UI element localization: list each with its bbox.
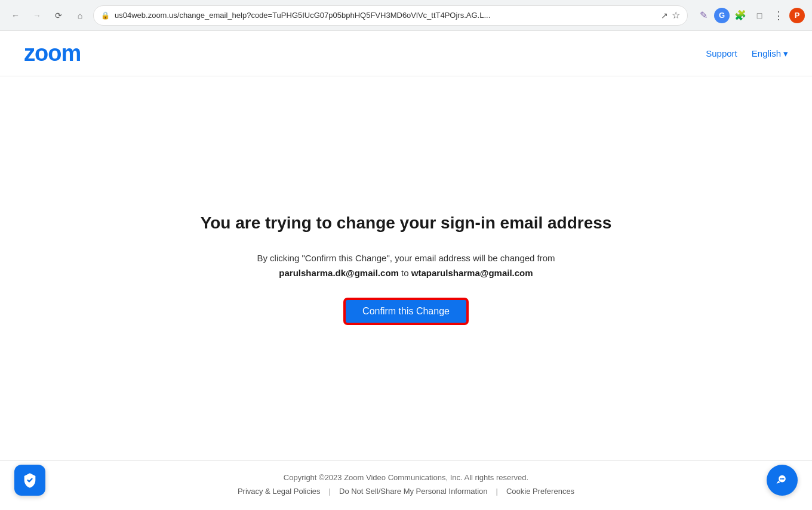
page-footer: Copyright ©2023 Zoom Video Communication… [0,461,812,510]
shield-badge[interactable] [14,465,45,496]
privacy-policy-link[interactable]: Privacy & Legal Policies [238,487,321,496]
lock-icon: 🔒 [101,11,110,20]
support-link[interactable]: Support [706,48,737,58]
cookie-preferences-link[interactable]: Cookie Preferences [506,487,574,496]
address-bar-icons: ↗ ☆ [661,10,680,21]
description-prefix: By clicking "Confirm this Change", your … [257,253,555,263]
reload-button[interactable]: ⟳ [50,7,67,24]
footer-separator-1: | [329,487,331,496]
share-icon[interactable]: ↗ [661,11,668,20]
page-header: zoom Support English ▾ [0,31,812,76]
page-title: You are trying to change your sign-in em… [201,214,612,233]
change-description: By clicking "Confirm this Change", your … [257,251,555,281]
to-word: to [401,268,411,278]
pen-extension-icon[interactable]: ✎ [695,7,712,24]
user-avatar[interactable]: P [789,8,805,23]
language-selector[interactable]: English ▾ [752,48,788,59]
window-icon[interactable]: □ [751,7,768,24]
home-button[interactable]: ⌂ [72,7,88,24]
browser-toolbar-icons: ✎ G 🧩 □ ⋮ P [695,7,805,24]
zoom-logo: zoom [24,41,81,66]
do-not-sell-link[interactable]: Do Not Sell/Share My Personal Informatio… [339,487,488,496]
bookmark-icon[interactable]: ☆ [672,10,680,21]
chat-icon [774,472,791,489]
svg-point-3 [783,478,784,480]
url-text: us04web.zoom.us/change_email_help?code=T… [115,11,656,20]
new-email: wtaparulsharma@gmail.com [411,268,533,278]
forward-button[interactable]: → [29,7,45,24]
grammarly-icon[interactable]: G [714,8,730,23]
chat-bubble-button[interactable] [767,465,798,496]
back-button[interactable]: ← [7,7,24,24]
old-email: parulsharma.dk@gmail.com [279,268,399,278]
chevron-down-icon: ▾ [783,48,788,59]
puzzle-icon[interactable]: 🧩 [732,7,749,24]
shield-icon [21,472,38,489]
footer-links: Privacy & Legal Policies | Do Not Sell/S… [24,487,788,496]
copyright-text: Copyright ©2023 Zoom Video Communication… [24,473,788,482]
main-content: You are trying to change your sign-in em… [0,76,812,460]
header-right: Support English ▾ [706,48,788,59]
confirm-change-button[interactable]: Confirm this Change [345,299,467,324]
address-bar[interactable]: 🔒 us04web.zoom.us/change_email_help?code… [93,5,688,26]
menu-icon[interactable]: ⋮ [770,7,787,24]
browser-chrome: ← → ⟳ ⌂ 🔒 us04web.zoom.us/change_email_h… [0,0,812,31]
svg-point-1 [780,478,782,480]
language-label: English [752,48,781,58]
footer-separator-2: | [496,487,498,496]
svg-point-2 [782,478,783,480]
